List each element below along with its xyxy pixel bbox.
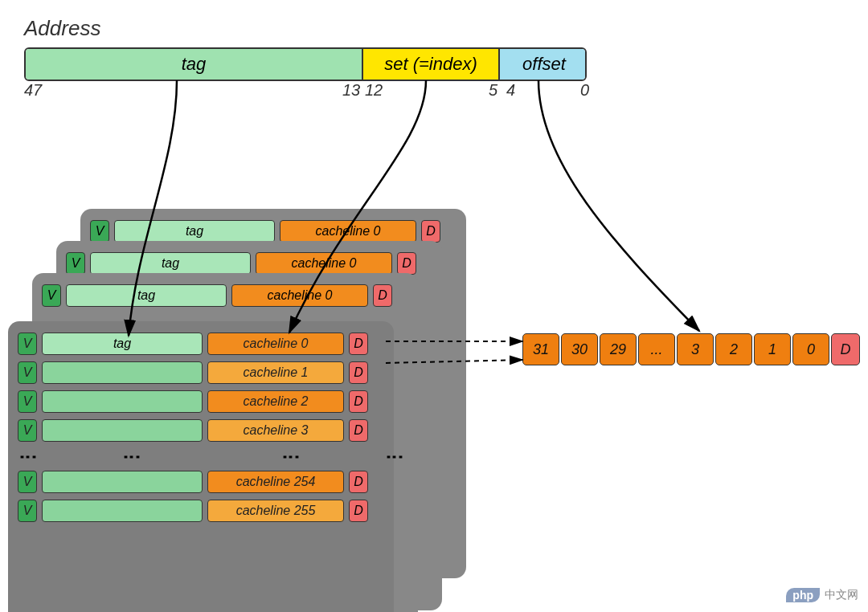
bit-label-0: 0 (580, 81, 589, 100)
bit-label-13: 13 (342, 81, 360, 100)
byte-31: 31 (522, 333, 559, 365)
tag-cell: tag (114, 220, 275, 243)
valid-bit: V (18, 500, 37, 522)
bit-label-5: 5 (489, 81, 497, 100)
cacheline-cell: cacheline 255 (207, 500, 344, 522)
watermark: php 中文网 (786, 588, 858, 602)
cacheline-cell: cacheline 0 (280, 220, 416, 243)
cache-row-0: V tag cacheline 0 D (18, 333, 384, 355)
tag-cell (42, 390, 203, 413)
cache-row-1: V cacheline 1 D (18, 361, 384, 384)
cacheline-cell: cacheline 0 (207, 333, 344, 355)
dirty-bit: D (349, 333, 368, 355)
cache-way-0: V tag cacheline 0 D V cacheline 1 D V ca… (8, 321, 394, 612)
cache-row-255: V cacheline 255 D (18, 500, 384, 522)
dirty-bit: D (349, 500, 368, 522)
cache-row-2: V cacheline 2 D (18, 390, 384, 413)
watermark-text: 中文网 (825, 588, 858, 602)
valid-bit: V (18, 361, 37, 384)
byte-0: 0 (792, 333, 829, 365)
cache-row-254: V cacheline 254 D (18, 471, 384, 493)
addr-field-set: set (=index) (363, 49, 500, 80)
dirty-bit: D (397, 252, 416, 275)
byte-3: 3 (677, 333, 714, 365)
tag-cell (42, 419, 203, 442)
valid-bit: V (90, 220, 109, 243)
byte-ellipsis: ... (638, 333, 675, 365)
cacheline-cell: cacheline 1 (207, 361, 344, 384)
tag-cell: tag (42, 333, 203, 355)
tag-cell (42, 471, 203, 493)
cacheline-cell: cacheline 0 (231, 284, 368, 307)
address-bar: tag set (=index) offset (24, 47, 587, 81)
bit-labels: 47 13 12 5 4 0 (24, 81, 587, 102)
diagram-title: Address (24, 16, 852, 41)
tag-cell (42, 361, 203, 384)
dirty-bit: D (349, 390, 368, 413)
valid-bit: V (18, 419, 37, 442)
dirty-bit: D (349, 471, 368, 493)
byte-1: 1 (754, 333, 791, 365)
watermark-pill: php (786, 588, 820, 602)
dirty-bit: D (349, 361, 368, 384)
valid-bit: V (18, 390, 37, 413)
tag-cell: tag (66, 284, 227, 307)
cacheline-cell: cacheline 0 (256, 252, 392, 275)
cacheline-bytes: 31 30 29 ... 3 2 1 0 D (522, 333, 862, 365)
byte-29: 29 (600, 333, 637, 365)
cache-ways-stack: V tag cacheline 0 D V tag cacheline 0 D … (8, 209, 490, 594)
cacheline-cell: cacheline 2 (207, 390, 344, 413)
vertical-ellipsis: ⋮⋮⋮⋮ (24, 448, 384, 467)
valid-bit: V (42, 284, 61, 307)
addr-field-offset: offset (500, 49, 587, 80)
bit-label-4: 4 (506, 81, 515, 100)
dirty-bit: D (373, 284, 392, 307)
cacheline-cell: cacheline 3 (207, 419, 344, 442)
byte-30: 30 (561, 333, 598, 365)
tag-cell: tag (90, 252, 251, 275)
byte-2: 2 (715, 333, 752, 365)
tag-cell (42, 500, 203, 522)
byte-d: D (831, 333, 860, 365)
valid-bit: V (18, 333, 37, 355)
cache-row-3: V cacheline 3 D (18, 419, 384, 442)
dirty-bit: D (421, 220, 440, 243)
bit-label-47: 47 (24, 81, 42, 100)
valid-bit: V (66, 252, 85, 275)
valid-bit: V (18, 471, 37, 493)
cacheline-cell: cacheline 254 (207, 471, 344, 493)
dirty-bit: D (349, 419, 368, 442)
bit-label-12: 12 (365, 81, 383, 100)
addr-field-tag: tag (26, 49, 363, 80)
